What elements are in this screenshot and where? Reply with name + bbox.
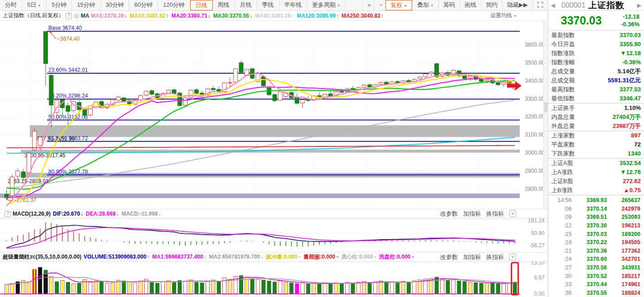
indicator-value: MA2:656781979.700↓ — [209, 254, 263, 260]
tab-15分钟[interactable]: 15分钟 — [72, 0, 100, 10]
tick-price: 3370.55 — [572, 290, 607, 296]
toolbar-button-叠加[interactable]: 叠加▼ — [412, 0, 438, 10]
close-icon[interactable]: × — [509, 210, 516, 217]
macd-chart[interactable]: 161.1450.90-56.27 — [0, 218, 548, 252]
indicator-value: 洗盘柱:0.000 - — [379, 254, 414, 260]
stat-label: 今日开盘 — [551, 40, 575, 48]
stock-trading-app: 分时5日▼5分钟15分钟30分钟60分钟120分钟日线周线月线季线半年线更多周期… — [0, 0, 644, 297]
tick-time: :30 — [552, 273, 572, 279]
chevron-down-icon: ▼ — [337, 4, 341, 8]
chart-title: 上证指数（日线,前复权） — [3, 12, 64, 19]
tab-日线[interactable]: 日线 — [190, 0, 213, 10]
stat-value: 3532.54 — [620, 160, 641, 166]
change-percent: -0.36% — [621, 20, 639, 28]
close-icon[interactable]: × — [509, 254, 516, 260]
arrow-down-icon: ↓ — [249, 13, 252, 19]
scrollbar-thumb[interactable] — [544, 102, 547, 112]
tick-price: 3370.30 — [572, 222, 607, 229]
panel-action-换指标[interactable]: 换指标 — [486, 253, 504, 261]
candlestick-chart[interactable]: 3600.003500.003400.003300.003200.003100.… — [0, 21, 548, 209]
indicator-value: VOLUME:513909063.000↑ — [84, 254, 150, 260]
tab-月线[interactable]: 月线 — [235, 0, 257, 10]
stat-row-上证A股: 上证A股3532.54 — [548, 159, 644, 168]
volume-actions: 改参数加指标换指标× — [435, 253, 516, 261]
arrow-down-icon: ↓ — [204, 254, 207, 260]
period-toolbar: 分时5日▼5分钟15分钟30分钟60分钟120分钟日线周线月线季线半年线更多周期… — [0, 0, 548, 11]
arrow-down-icon: ↓ — [124, 13, 127, 19]
tick-row: :333370.44174961 — [548, 280, 644, 289]
tick-price: 3370.44 — [572, 281, 607, 288]
tab-分时[interactable]: 分时 — [0, 0, 22, 10]
zoom-out-button[interactable]: − — [374, 0, 385, 10]
toolbar-button-简约[interactable]: 简约 — [481, 0, 502, 10]
tick-volume: 194505 — [607, 239, 640, 245]
toolbar-button-筹码[interactable]: 筹码 — [438, 0, 460, 10]
macd-actions: 改参数加指标换指标× — [435, 210, 516, 218]
settings-gear-icon[interactable]: ◎ — [74, 12, 79, 19]
panel-action-加指标[interactable]: 加指标 — [463, 253, 481, 261]
prev-stock-button[interactable]: ◀ — [551, 2, 555, 9]
tab-5日[interactable]: 5日▼ — [22, 0, 47, 10]
tick-row: 14:563369.93265637 — [548, 196, 644, 205]
stat-label: 总成交额 — [551, 76, 575, 85]
svg-text:2800.00: 2800.00 — [525, 186, 545, 192]
stat-label: 平盘家数 — [551, 141, 575, 149]
fullscreen-icon[interactable] — [532, 0, 548, 10]
tick-price: 3369.93 — [572, 197, 607, 203]
tick-price: 3370.36 — [572, 248, 607, 254]
zoom-in-button[interactable]: + — [362, 0, 374, 10]
macd-values: DIF:20.670↓DEA:26.668↓MACD:-11.998↓ — [53, 211, 164, 217]
arrow-down-icon: ↓ — [208, 13, 211, 19]
stock-name: 上证指数 — [588, 0, 637, 11]
tick-row: :183370.22194505 — [548, 238, 644, 247]
toolbar-right-buttons: +−复权▼叠加▼筹码画线简约隐藏▶▶ — [362, 0, 548, 10]
svg-text:13.10: 13.10 — [531, 262, 545, 266]
stat-value: -0.36% — [622, 59, 641, 66]
next-stock-button[interactable]: ▶ — [637, 2, 641, 9]
macd-params: MACD(12,26,9) — [13, 211, 51, 217]
panel-action-改参数[interactable]: 改参数 — [440, 210, 458, 218]
tab-5分钟[interactable]: 5分钟 — [47, 0, 72, 10]
help-icon[interactable]: ? — [66, 13, 72, 19]
panel-action-加指标[interactable]: 加指标 — [463, 210, 481, 218]
toolbar-button-画线[interactable]: 画线 — [460, 0, 481, 10]
tick-row: :273370.56343931 — [548, 264, 644, 272]
indicator-value: MA120:3085.99↑ — [297, 13, 339, 19]
volume-chart[interactable]: 13.106.570.00 — [0, 262, 548, 297]
svg-text:~2761.37: ~2761.37 — [14, 197, 37, 203]
chevron-down-icon: ▼ — [430, 4, 434, 8]
tick-price: 3370.60 — [572, 256, 607, 262]
ma-label: MA — [81, 13, 89, 19]
svg-text:~3674.40: ~3674.40 — [57, 36, 80, 42]
tab-更多周期[interactable]: 更多周期▼ — [307, 0, 346, 10]
help-icon[interactable]: ? — [5, 211, 11, 217]
svg-text:3500.00: 3500.00 — [525, 60, 545, 66]
stat-label: 最低指数 — [551, 94, 575, 103]
quote-stats: 最新指数3370.03今日开盘3355.90指数涨跌▼12.18指数涨幅-0.3… — [548, 31, 644, 195]
chart-scrollbar[interactable] — [543, 21, 547, 209]
price-summary: 3370.03 -12.18 -0.36% — [548, 11, 644, 31]
tick-list[interactable]: 14:563369.93265637:063370.14242979:09336… — [548, 195, 644, 297]
tick-volume: 188824 — [607, 290, 640, 296]
tick-volume: 174961 — [607, 281, 640, 288]
tab-半年线[interactable]: 半年线 — [279, 0, 307, 10]
ma-settings-button[interactable]: 设置均线▼ — [490, 12, 517, 19]
tick-volume: 196213 — [607, 222, 640, 229]
panel-action-改参数[interactable]: 改参数 — [440, 253, 458, 261]
tab-季线[interactable]: 季线 — [257, 0, 279, 10]
tab-30分钟[interactable]: 30分钟 — [101, 0, 129, 10]
arrow-down-icon: ↓ — [260, 254, 263, 260]
tab-周线[interactable]: 周线 — [213, 0, 235, 10]
stat-row-下跌家数: 下跌家数1340 — [548, 149, 644, 158]
tab-60分钟[interactable]: 60分钟 — [129, 0, 158, 10]
arrow-up-icon: ↑ — [381, 13, 384, 19]
toolbar-button-隐藏[interactable]: 隐藏▶▶ — [502, 0, 532, 10]
tick-volume: 253093 — [607, 214, 640, 220]
toolbar-button-复权[interactable]: 复权▼ — [385, 0, 412, 10]
stat-value: 23987万手 — [613, 122, 641, 130]
tick-row: :063370.14242979 — [548, 204, 644, 213]
panel-action-换指标[interactable]: 换指标 — [486, 210, 504, 218]
main-chart-header: 上证指数（日线,前复权） ? ◎ MA MA5:3378.39↓MA10:340… — [0, 11, 548, 21]
tab-120分钟[interactable]: 120分钟 — [158, 0, 190, 10]
macd-panel-header: ? MACD(12,26,9) DIF:20.670↓DEA:26.668↓MA… — [0, 209, 548, 218]
